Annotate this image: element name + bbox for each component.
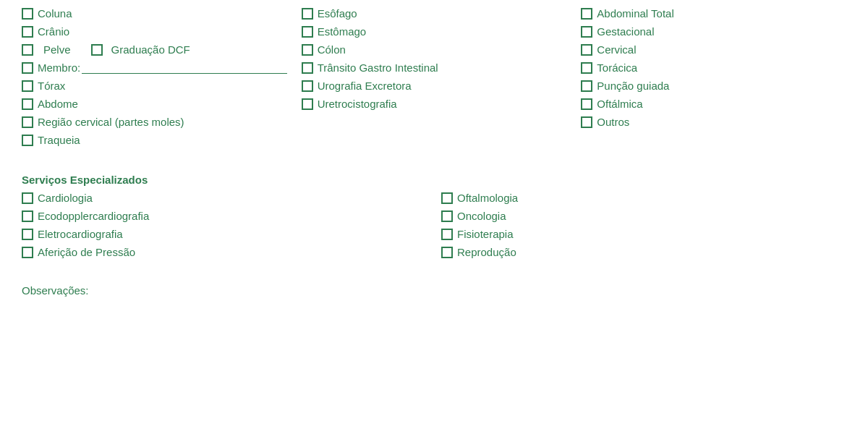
checkbox-toracica[interactable] — [581, 62, 592, 74]
checkbox-ecodoppler[interactable] — [22, 210, 33, 222]
label-oftalmologia: Oftalmologia — [457, 192, 518, 204]
label-traqueia: Traqueia — [38, 134, 80, 146]
label-afericao: Aferição de Pressão — [38, 246, 135, 258]
item-regiao-cervical: Região cervical (partes moles) — [22, 116, 287, 128]
item-uretrocisto: Uretrocistografia — [302, 98, 567, 110]
label-puncao: Punção guiada — [597, 80, 669, 92]
label-transito: Trânsito Gastro Intestinal — [318, 61, 438, 74]
item-traqueia: Traqueia — [22, 134, 287, 146]
checkbox-oftalmologia[interactable] — [441, 192, 453, 204]
membro-underline-field[interactable] — [82, 62, 286, 74]
observacoes-label: Observações: — [22, 284, 89, 297]
checkbox-afericao[interactable] — [22, 247, 33, 258]
checkbox-oncologia[interactable] — [441, 210, 453, 222]
checkbox-uretrocisto[interactable] — [302, 98, 313, 110]
label-torax: Tórax — [38, 80, 65, 92]
checkbox-transito[interactable] — [302, 62, 313, 74]
checkbox-fisioterapia[interactable] — [441, 229, 453, 240]
label-colon: Cólon — [318, 43, 346, 56]
item-torax: Tórax — [22, 80, 287, 92]
item-gestacional: Gestacional — [581, 25, 846, 38]
checkbox-regiao-cervical[interactable] — [22, 116, 33, 128]
checkbox-cervical[interactable] — [581, 44, 592, 56]
checkbox-cardiologia[interactable] — [22, 192, 33, 204]
item-cervical: Cervical — [581, 43, 846, 56]
item-transito: Trânsito Gastro Intestinal — [302, 61, 567, 74]
services-title: Serviços Especializados — [22, 174, 846, 186]
label-reproducao: Reprodução — [457, 246, 516, 258]
checkbox-gestacional[interactable] — [581, 26, 592, 38]
label-esofago: Esôfago — [318, 7, 357, 20]
services-section: Serviços Especializados Cardiologia Ecod… — [22, 174, 846, 264]
label-abdominal-total: Abdominal Total — [597, 7, 673, 20]
label-coluna: Coluna — [38, 7, 72, 20]
label-cranio: Crânio — [38, 25, 69, 38]
checkbox-abdome[interactable] — [22, 98, 33, 110]
label-pelve: Pelve — [43, 43, 71, 56]
checkbox-estomago[interactable] — [302, 26, 313, 38]
label-membro: Membro: — [38, 61, 80, 74]
checkbox-reproducao[interactable] — [441, 247, 453, 258]
label-toracica: Torácica — [597, 61, 637, 74]
checkbox-graduacao[interactable] — [91, 44, 103, 56]
item-oftalmica: Oftálmica — [581, 98, 846, 110]
item-toracica: Torácica — [581, 61, 846, 74]
label-cardiologia: Cardiologia — [38, 192, 93, 204]
item-abdominal-total: Abdominal Total — [581, 7, 846, 20]
pelve-graduacao-row: Pelve Graduação DCF — [22, 43, 287, 56]
checkbox-torax[interactable] — [22, 80, 33, 92]
checkbox-coluna[interactable] — [22, 8, 33, 20]
label-cervical: Cervical — [597, 43, 636, 56]
item-coluna: Coluna — [22, 7, 287, 20]
observacoes-section: Observações: — [22, 284, 846, 297]
item-eletro: Eletrocardiografia — [22, 228, 427, 240]
item-oftalmologia: Oftalmologia — [441, 192, 846, 204]
checkbox-oftalmica[interactable] — [581, 98, 592, 110]
label-fisioterapia: Fisioterapia — [457, 228, 514, 240]
item-cranio: Crânio — [22, 25, 287, 38]
main-grid: Coluna Crânio Pelve Graduação DCF Membro… — [22, 7, 846, 152]
services-col1: Cardiologia Ecodopplercardiografia Eletr… — [22, 192, 427, 264]
label-regiao-cervical: Região cervical (partes moles) — [38, 116, 184, 128]
checkbox-urografia[interactable] — [302, 80, 313, 92]
item-reproducao: Reprodução — [441, 246, 846, 258]
services-col2: Oftalmologia Oncologia Fisioterapia Repr… — [441, 192, 846, 264]
col1: Coluna Crânio Pelve Graduação DCF Membro… — [22, 7, 287, 152]
item-urografia: Urografia Excretora — [302, 80, 567, 92]
label-abdome: Abdome — [38, 98, 78, 110]
checkbox-puncao[interactable] — [581, 80, 592, 92]
checkbox-traqueia[interactable] — [22, 135, 33, 146]
col3: Abdominal Total Gestacional Cervical Tor… — [581, 7, 846, 152]
checkbox-colon[interactable] — [302, 44, 313, 56]
checkbox-abdominal-total[interactable] — [581, 8, 592, 20]
item-abdome: Abdome — [22, 98, 287, 110]
checkbox-outros[interactable] — [581, 116, 592, 128]
checkbox-eletro[interactable] — [22, 229, 33, 240]
checkbox-cranio[interactable] — [22, 26, 33, 38]
item-puncao: Punção guiada — [581, 80, 846, 92]
item-oncologia: Oncologia — [441, 210, 846, 222]
item-ecodoppler: Ecodopplercardiografia — [22, 210, 427, 222]
label-oftalmica: Oftálmica — [597, 98, 642, 110]
item-fisioterapia: Fisioterapia — [441, 228, 846, 240]
col2: Esôfago Estômago Cólon Trânsito Gastro I… — [302, 7, 567, 152]
services-grid: Cardiologia Ecodopplercardiografia Eletr… — [22, 192, 846, 264]
label-estomago: Estômago — [318, 25, 367, 38]
label-eletro: Eletrocardiografia — [38, 228, 123, 240]
checkbox-esofago[interactable] — [302, 8, 313, 20]
label-outros: Outros — [597, 116, 629, 128]
label-ecodoppler: Ecodopplercardiografia — [38, 210, 149, 222]
item-outros: Outros — [581, 116, 846, 128]
item-colon: Cólon — [302, 43, 567, 56]
label-uretrocisto: Uretrocistografia — [318, 98, 397, 110]
checkbox-membro[interactable] — [22, 62, 33, 74]
checkbox-pelve[interactable] — [22, 44, 33, 56]
item-esofago: Esôfago — [302, 7, 567, 20]
label-gestacional: Gestacional — [597, 25, 654, 38]
item-estomago: Estômago — [302, 25, 567, 38]
item-membro: Membro: — [22, 61, 287, 74]
label-urografia: Urografia Excretora — [318, 80, 412, 92]
label-oncologia: Oncologia — [457, 210, 506, 222]
item-cardiologia: Cardiologia — [22, 192, 427, 204]
item-afericao: Aferição de Pressão — [22, 246, 427, 258]
